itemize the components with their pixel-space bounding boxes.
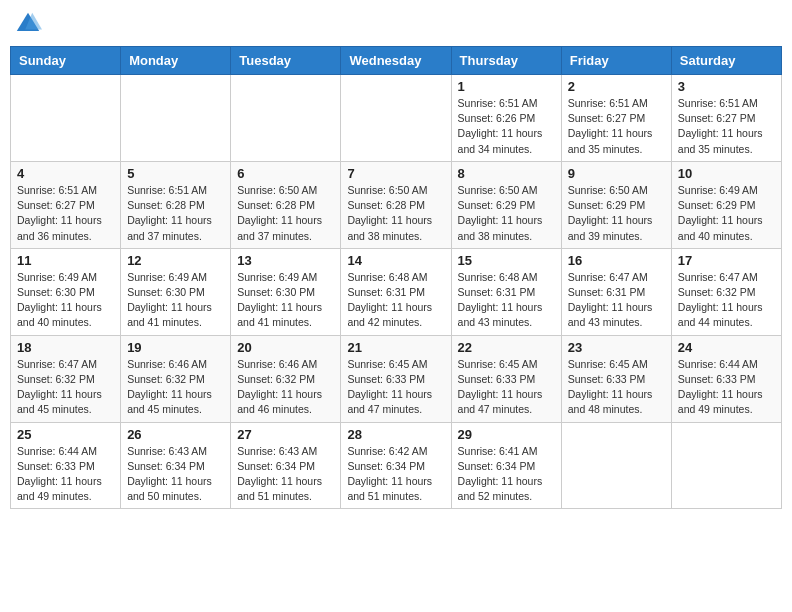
day-info: Sunrise: 6:44 AM Sunset: 6:33 PM Dayligh… bbox=[17, 444, 114, 505]
day-number: 6 bbox=[237, 166, 334, 181]
day-info: Sunrise: 6:44 AM Sunset: 6:33 PM Dayligh… bbox=[678, 357, 775, 418]
day-header-tuesday: Tuesday bbox=[231, 47, 341, 75]
calendar-cell: 2Sunrise: 6:51 AM Sunset: 6:27 PM Daylig… bbox=[561, 75, 671, 162]
day-info: Sunrise: 6:47 AM Sunset: 6:31 PM Dayligh… bbox=[568, 270, 665, 331]
calendar-header: SundayMondayTuesdayWednesdayThursdayFrid… bbox=[11, 47, 782, 75]
calendar-cell: 27Sunrise: 6:43 AM Sunset: 6:34 PM Dayli… bbox=[231, 422, 341, 509]
day-info: Sunrise: 6:46 AM Sunset: 6:32 PM Dayligh… bbox=[127, 357, 224, 418]
day-number: 18 bbox=[17, 340, 114, 355]
day-info: Sunrise: 6:41 AM Sunset: 6:34 PM Dayligh… bbox=[458, 444, 555, 505]
week-row-3: 11Sunrise: 6:49 AM Sunset: 6:30 PM Dayli… bbox=[11, 248, 782, 335]
day-number: 3 bbox=[678, 79, 775, 94]
calendar-cell: 29Sunrise: 6:41 AM Sunset: 6:34 PM Dayli… bbox=[451, 422, 561, 509]
day-number: 23 bbox=[568, 340, 665, 355]
calendar-cell bbox=[121, 75, 231, 162]
calendar-cell: 22Sunrise: 6:45 AM Sunset: 6:33 PM Dayli… bbox=[451, 335, 561, 422]
day-number: 1 bbox=[458, 79, 555, 94]
day-info: Sunrise: 6:47 AM Sunset: 6:32 PM Dayligh… bbox=[678, 270, 775, 331]
day-header-monday: Monday bbox=[121, 47, 231, 75]
calendar-cell: 5Sunrise: 6:51 AM Sunset: 6:28 PM Daylig… bbox=[121, 161, 231, 248]
day-number: 5 bbox=[127, 166, 224, 181]
day-info: Sunrise: 6:51 AM Sunset: 6:27 PM Dayligh… bbox=[568, 96, 665, 157]
day-header-sunday: Sunday bbox=[11, 47, 121, 75]
day-info: Sunrise: 6:50 AM Sunset: 6:28 PM Dayligh… bbox=[347, 183, 444, 244]
calendar-cell: 8Sunrise: 6:50 AM Sunset: 6:29 PM Daylig… bbox=[451, 161, 561, 248]
calendar-cell: 16Sunrise: 6:47 AM Sunset: 6:31 PM Dayli… bbox=[561, 248, 671, 335]
calendar-cell: 6Sunrise: 6:50 AM Sunset: 6:28 PM Daylig… bbox=[231, 161, 341, 248]
logo bbox=[14, 10, 42, 38]
week-row-4: 18Sunrise: 6:47 AM Sunset: 6:32 PM Dayli… bbox=[11, 335, 782, 422]
calendar-cell: 11Sunrise: 6:49 AM Sunset: 6:30 PM Dayli… bbox=[11, 248, 121, 335]
day-number: 9 bbox=[568, 166, 665, 181]
day-number: 29 bbox=[458, 427, 555, 442]
day-number: 28 bbox=[347, 427, 444, 442]
week-row-2: 4Sunrise: 6:51 AM Sunset: 6:27 PM Daylig… bbox=[11, 161, 782, 248]
day-info: Sunrise: 6:49 AM Sunset: 6:30 PM Dayligh… bbox=[127, 270, 224, 331]
day-number: 15 bbox=[458, 253, 555, 268]
day-number: 7 bbox=[347, 166, 444, 181]
calendar-cell: 9Sunrise: 6:50 AM Sunset: 6:29 PM Daylig… bbox=[561, 161, 671, 248]
day-number: 4 bbox=[17, 166, 114, 181]
day-info: Sunrise: 6:45 AM Sunset: 6:33 PM Dayligh… bbox=[458, 357, 555, 418]
calendar-cell: 12Sunrise: 6:49 AM Sunset: 6:30 PM Dayli… bbox=[121, 248, 231, 335]
calendar-cell: 18Sunrise: 6:47 AM Sunset: 6:32 PM Dayli… bbox=[11, 335, 121, 422]
day-info: Sunrise: 6:45 AM Sunset: 6:33 PM Dayligh… bbox=[568, 357, 665, 418]
day-number: 13 bbox=[237, 253, 334, 268]
calendar-cell: 23Sunrise: 6:45 AM Sunset: 6:33 PM Dayli… bbox=[561, 335, 671, 422]
calendar-cell: 20Sunrise: 6:46 AM Sunset: 6:32 PM Dayli… bbox=[231, 335, 341, 422]
day-number: 11 bbox=[17, 253, 114, 268]
day-number: 2 bbox=[568, 79, 665, 94]
calendar-cell: 7Sunrise: 6:50 AM Sunset: 6:28 PM Daylig… bbox=[341, 161, 451, 248]
day-info: Sunrise: 6:48 AM Sunset: 6:31 PM Dayligh… bbox=[347, 270, 444, 331]
calendar-cell: 28Sunrise: 6:42 AM Sunset: 6:34 PM Dayli… bbox=[341, 422, 451, 509]
calendar-cell: 24Sunrise: 6:44 AM Sunset: 6:33 PM Dayli… bbox=[671, 335, 781, 422]
day-info: Sunrise: 6:46 AM Sunset: 6:32 PM Dayligh… bbox=[237, 357, 334, 418]
day-number: 16 bbox=[568, 253, 665, 268]
day-info: Sunrise: 6:51 AM Sunset: 6:26 PM Dayligh… bbox=[458, 96, 555, 157]
calendar-cell: 4Sunrise: 6:51 AM Sunset: 6:27 PM Daylig… bbox=[11, 161, 121, 248]
page-header bbox=[10, 10, 782, 38]
day-number: 21 bbox=[347, 340, 444, 355]
day-number: 27 bbox=[237, 427, 334, 442]
calendar-cell bbox=[561, 422, 671, 509]
day-number: 8 bbox=[458, 166, 555, 181]
day-number: 19 bbox=[127, 340, 224, 355]
calendar-cell bbox=[11, 75, 121, 162]
day-number: 14 bbox=[347, 253, 444, 268]
calendar-cell: 13Sunrise: 6:49 AM Sunset: 6:30 PM Dayli… bbox=[231, 248, 341, 335]
day-info: Sunrise: 6:42 AM Sunset: 6:34 PM Dayligh… bbox=[347, 444, 444, 505]
calendar-cell bbox=[231, 75, 341, 162]
logo-icon bbox=[14, 10, 42, 38]
day-info: Sunrise: 6:43 AM Sunset: 6:34 PM Dayligh… bbox=[237, 444, 334, 505]
day-number: 25 bbox=[17, 427, 114, 442]
calendar-cell: 1Sunrise: 6:51 AM Sunset: 6:26 PM Daylig… bbox=[451, 75, 561, 162]
day-info: Sunrise: 6:49 AM Sunset: 6:29 PM Dayligh… bbox=[678, 183, 775, 244]
day-info: Sunrise: 6:48 AM Sunset: 6:31 PM Dayligh… bbox=[458, 270, 555, 331]
day-number: 22 bbox=[458, 340, 555, 355]
day-info: Sunrise: 6:50 AM Sunset: 6:29 PM Dayligh… bbox=[568, 183, 665, 244]
day-number: 12 bbox=[127, 253, 224, 268]
day-number: 20 bbox=[237, 340, 334, 355]
day-number: 26 bbox=[127, 427, 224, 442]
calendar-cell: 25Sunrise: 6:44 AM Sunset: 6:33 PM Dayli… bbox=[11, 422, 121, 509]
calendar-cell bbox=[341, 75, 451, 162]
day-header-saturday: Saturday bbox=[671, 47, 781, 75]
day-info: Sunrise: 6:51 AM Sunset: 6:27 PM Dayligh… bbox=[678, 96, 775, 157]
day-number: 17 bbox=[678, 253, 775, 268]
day-info: Sunrise: 6:43 AM Sunset: 6:34 PM Dayligh… bbox=[127, 444, 224, 505]
day-info: Sunrise: 6:50 AM Sunset: 6:29 PM Dayligh… bbox=[458, 183, 555, 244]
week-row-1: 1Sunrise: 6:51 AM Sunset: 6:26 PM Daylig… bbox=[11, 75, 782, 162]
calendar-cell: 10Sunrise: 6:49 AM Sunset: 6:29 PM Dayli… bbox=[671, 161, 781, 248]
day-header-thursday: Thursday bbox=[451, 47, 561, 75]
calendar-cell: 26Sunrise: 6:43 AM Sunset: 6:34 PM Dayli… bbox=[121, 422, 231, 509]
calendar-body: 1Sunrise: 6:51 AM Sunset: 6:26 PM Daylig… bbox=[11, 75, 782, 509]
calendar-cell: 17Sunrise: 6:47 AM Sunset: 6:32 PM Dayli… bbox=[671, 248, 781, 335]
day-header-friday: Friday bbox=[561, 47, 671, 75]
week-row-5: 25Sunrise: 6:44 AM Sunset: 6:33 PM Dayli… bbox=[11, 422, 782, 509]
day-info: Sunrise: 6:45 AM Sunset: 6:33 PM Dayligh… bbox=[347, 357, 444, 418]
day-info: Sunrise: 6:51 AM Sunset: 6:28 PM Dayligh… bbox=[127, 183, 224, 244]
calendar-cell: 21Sunrise: 6:45 AM Sunset: 6:33 PM Dayli… bbox=[341, 335, 451, 422]
day-info: Sunrise: 6:51 AM Sunset: 6:27 PM Dayligh… bbox=[17, 183, 114, 244]
calendar-cell: 19Sunrise: 6:46 AM Sunset: 6:32 PM Dayli… bbox=[121, 335, 231, 422]
calendar-cell: 15Sunrise: 6:48 AM Sunset: 6:31 PM Dayli… bbox=[451, 248, 561, 335]
